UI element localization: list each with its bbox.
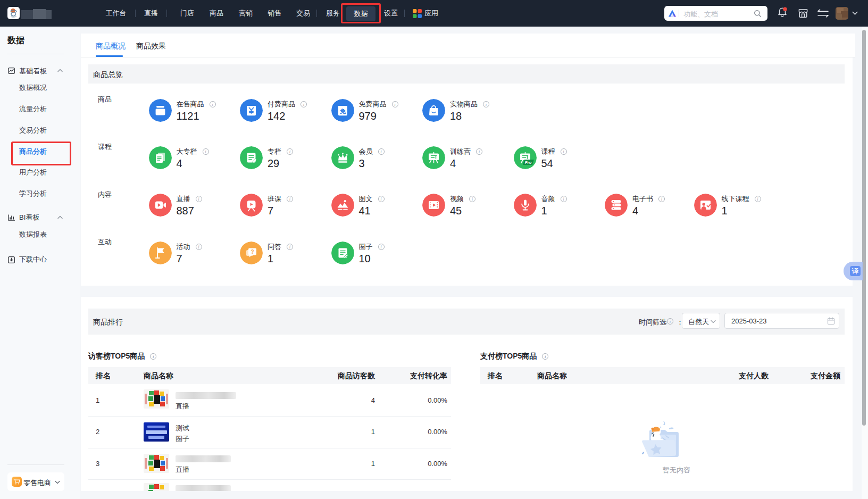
svg-text:?: ? — [251, 249, 254, 255]
svg-text:免: 免 — [339, 107, 346, 114]
svg-text:Pro: Pro — [524, 160, 531, 165]
